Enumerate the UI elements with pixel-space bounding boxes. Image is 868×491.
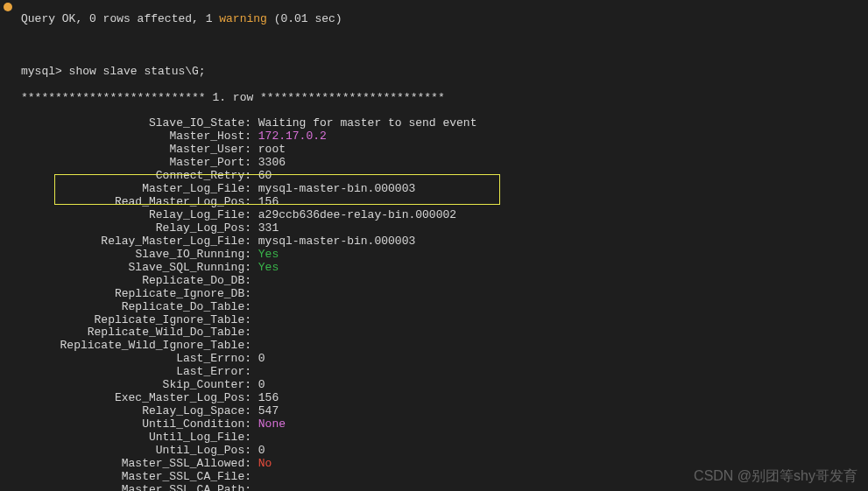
field-value: Waiting for master to send event [251, 116, 476, 130]
field-value [251, 339, 258, 352]
field-label: Slave_SQL_Running: [21, 262, 251, 275]
status-fields: Slave_IO_State: Waiting for master to se… [21, 117, 868, 491]
field-value [251, 431, 258, 444]
field-value: 156 [251, 391, 279, 404]
status-field-row: Master_Port: 3306 [21, 157, 868, 170]
field-value: 547 [251, 404, 279, 417]
field-label: Master_SSL_CA_File: [21, 471, 251, 484]
mysql-prompt: mysql> [21, 65, 69, 78]
status-field-row: Last_Error: [21, 366, 868, 379]
status-field-row: Connect_Retry: 60 [21, 170, 868, 183]
status-field-row: Master_SSL_CA_File: [21, 471, 868, 484]
field-label: Master_SSL_CA_Path: [21, 484, 251, 491]
field-value: No [251, 457, 272, 470]
field-label: Master_Host: [21, 130, 251, 144]
field-label: Until_Log_Pos: [21, 445, 251, 458]
status-field-row: Until_Log_Pos: 0 [21, 445, 868, 458]
field-value [251, 313, 258, 326]
field-value: mysql-master-bin.000003 [251, 235, 415, 248]
field-label: Last_Errno: [21, 353, 251, 366]
field-label: Relay_Log_File: [21, 209, 251, 222]
field-value [251, 326, 258, 339]
field-value: 172.17.0.2 [251, 130, 327, 143]
field-label: Until_Log_File: [21, 431, 251, 445]
field-label: Relay_Log_Space: [21, 405, 251, 418]
field-label: Relay_Master_Log_File: [21, 235, 251, 249]
field-value: 156 [251, 195, 279, 208]
field-label: Relay_Log_Pos: [21, 222, 251, 235]
status-field-row: Until_Condition: None [21, 418, 868, 431]
field-label: Exec_Master_Log_Pos: [21, 392, 251, 405]
status-field-row: Master_SSL_Allowed: No [21, 458, 868, 471]
field-value [251, 483, 258, 491]
field-label: Replicate_Ignore_Table: [21, 314, 251, 327]
field-label: Read_Master_Log_Pos: [21, 196, 251, 209]
status-field-row: Replicate_Wild_Do_Table: [21, 326, 868, 340]
window-control-dot [4, 3, 12, 11]
query-result-line: Query OK, 0 rows affected, 1 warning (0.… [21, 13, 868, 26]
status-field-row: Master_SSL_CA_Path: [21, 484, 868, 491]
status-field-row: Relay_Master_Log_File: mysql-master-bin.… [21, 235, 868, 249]
field-label: Slave_IO_Running: [21, 249, 251, 262]
field-value: 0 [251, 444, 265, 457]
field-value: 331 [251, 221, 279, 235]
field-label: Until_Condition: [21, 418, 251, 431]
field-value: None [251, 417, 286, 431]
field-label: Replicate_Do_Table: [21, 301, 251, 314]
field-label: Replicate_Wild_Ignore_Table: [21, 340, 251, 353]
row-header: *************************** 1. row *****… [21, 92, 868, 105]
field-label: Slave_IO_State: [21, 117, 251, 130]
terminal-output[interactable]: Query OK, 0 rows affected, 1 warning (0.… [21, 0, 868, 491]
field-label: Replicate_Do_DB: [21, 275, 251, 288]
field-value [251, 274, 258, 287]
status-field-row: Replicate_Do_DB: [21, 275, 868, 288]
field-value: root [251, 143, 286, 156]
status-field-row: Slave_IO_Running: Yes [21, 249, 868, 262]
status-field-row: Last_Errno: 0 [21, 353, 868, 366]
field-value [251, 300, 258, 313]
field-value [251, 365, 258, 378]
field-label: Master_Log_File: [21, 183, 251, 196]
field-label: Skip_Counter: [21, 379, 251, 392]
field-label: Master_Port: [21, 157, 251, 170]
field-label: Replicate_Wild_Do_Table: [21, 326, 251, 340]
command-text: show slave status\G; [69, 65, 206, 78]
field-label: Connect_Retry: [21, 170, 251, 183]
field-value: 60 [251, 169, 272, 182]
command-line: mysql> show slave status\G; [21, 66, 868, 79]
field-label: Master_SSL_Allowed: [21, 458, 251, 471]
status-field-row: Slave_SQL_Running: Yes [21, 262, 868, 275]
field-value: Yes [251, 248, 279, 261]
field-value: a29ccb636dee-relay-bin.000002 [251, 208, 456, 221]
field-value: 0 [251, 378, 265, 391]
status-field-row: Replicate_Do_Table: [21, 301, 868, 314]
status-field-row: Slave_IO_State: Waiting for master to se… [21, 117, 868, 130]
status-field-row: Master_Host: 172.17.0.2 [21, 130, 868, 144]
blank-line [21, 39, 868, 53]
status-field-row: Relay_Log_Pos: 331 [21, 222, 868, 235]
status-field-row: Relay_Log_Space: 547 [21, 405, 868, 418]
field-label: Master_User: [21, 144, 251, 157]
status-field-row: Read_Master_Log_Pos: 156 [21, 196, 868, 209]
field-value [251, 287, 258, 300]
status-field-row: Skip_Counter: 0 [21, 379, 868, 392]
field-label: Last_Error: [21, 366, 251, 379]
status-field-row: Replicate_Wild_Ignore_Table: [21, 340, 868, 353]
status-field-row: Relay_Log_File: a29ccb636dee-relay-bin.0… [21, 209, 868, 222]
status-field-row: Until_Log_File: [21, 431, 868, 445]
field-value: 0 [251, 352, 265, 365]
field-value: mysql-master-bin.000003 [251, 182, 415, 195]
status-field-row: Exec_Master_Log_Pos: 156 [21, 392, 868, 405]
field-value: 3306 [251, 156, 286, 169]
status-field-row: Replicate_Ignore_DB: [21, 288, 868, 301]
warning-text: warning [219, 12, 267, 25]
status-field-row: Master_Log_File: mysql-master-bin.000003 [21, 183, 868, 196]
status-field-row: Replicate_Ignore_Table: [21, 314, 868, 327]
field-label: Replicate_Ignore_DB: [21, 288, 251, 301]
status-field-row: Master_User: root [21, 144, 868, 157]
field-value: Yes [251, 261, 279, 274]
field-value [251, 470, 258, 483]
